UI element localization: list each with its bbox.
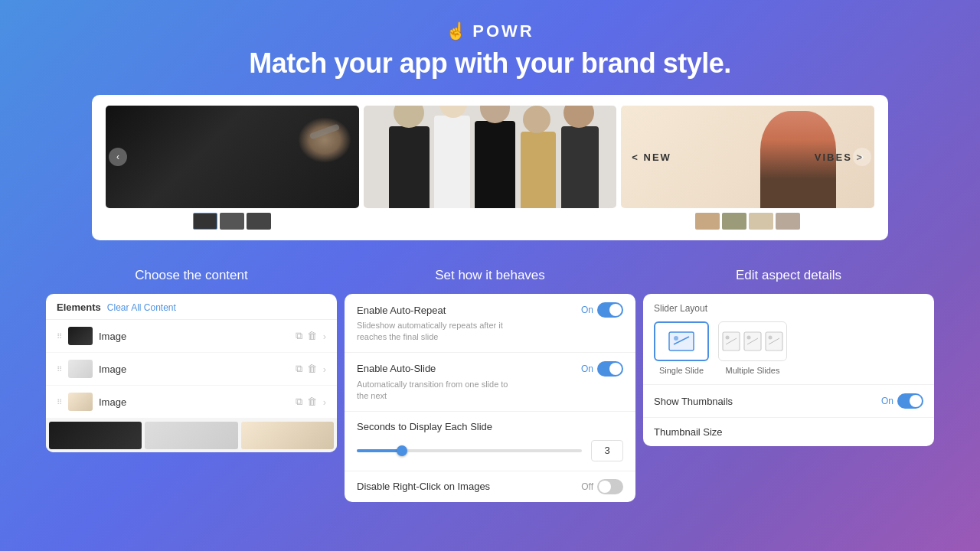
chevron-right-icon-2[interactable]: › [323, 364, 326, 375]
disable-rightclick-toggle[interactable] [597, 479, 623, 494]
auto-repeat-label: Enable Auto-Repeat [357, 305, 446, 316]
thumbnail-size-label: Thumbnail Size [654, 426, 723, 438]
copy-icon-2[interactable]: ⧉ [296, 363, 302, 375]
thumbnail-4[interactable] [695, 213, 720, 230]
auto-repeat-top: Enable Auto-Repeat On [357, 302, 623, 318]
thumbnail-3[interactable] [247, 213, 271, 230]
svg-point-5 [726, 336, 730, 340]
auto-repeat-toggle-container: On [581, 302, 623, 318]
layout-section: Slider Layout Single Slide [643, 294, 934, 385]
slide-column-3: < NEW VIBES > › [621, 106, 874, 230]
drag-handle-icon[interactable]: ⠿ [57, 332, 62, 341]
auto-slide-label: Enable Auto-Slide [357, 363, 436, 374]
thumbnail-2[interactable] [220, 213, 244, 230]
show-thumbnails-label: Show Thumbnails [654, 396, 733, 407]
slide-column-1: ‹ [106, 106, 359, 230]
elements-header: Elements Clear All Content [46, 294, 337, 320]
slideshow-preview: ‹ < NEW VIBES [92, 95, 888, 240]
header: ☝ POWR Match your app with your brand st… [0, 0, 980, 95]
multiple-slides-label: Multiple Slides [726, 366, 780, 375]
copy-icon[interactable]: ⧉ [296, 330, 302, 342]
mini-slide-2 [145, 422, 237, 449]
element-name-2: Image [99, 364, 289, 375]
behavior-panel: Set how it behaves Enable Auto-Repeat On… [345, 268, 635, 502]
elements-label: Elements [57, 302, 101, 313]
svg-point-11 [769, 336, 773, 340]
seconds-label: Seconds to Display Each Slide [357, 421, 623, 432]
thumbnail-size-row: Thumbnail Size [643, 418, 934, 446]
show-thumbnails-row: Show Thumbnails On [643, 385, 934, 418]
auto-repeat-desc: Slideshow automatically repeats after it… [357, 320, 510, 344]
drag-handle-icon-3[interactable]: ⠿ [57, 398, 62, 406]
multiple-slides-option[interactable]: Multiple Slides [718, 321, 787, 375]
content-panel-card: Elements Clear All Content ⠿ Image ⧉ 🗑 ›… [46, 294, 337, 452]
auto-repeat-row: Enable Auto-Repeat On Slideshow automati… [345, 294, 635, 353]
auto-slide-toggle-container: On [581, 361, 623, 377]
slide-column-2 [364, 106, 617, 230]
logo-icon: ☝ [446, 21, 466, 41]
behavior-panel-card: Enable Auto-Repeat On Slideshow automati… [345, 294, 635, 502]
content-panel-title: Choose the content [135, 268, 247, 283]
thumbnail-6[interactable] [749, 213, 773, 230]
layout-section-title: Slider Layout [654, 303, 923, 314]
element-actions-1: ⧉ 🗑 [296, 330, 317, 342]
element-name-3: Image [99, 396, 289, 408]
slider-control [357, 440, 623, 461]
chevron-right-icon-1[interactable]: › [323, 331, 326, 342]
aspect-panel-title: Edit aspect details [736, 268, 841, 283]
slide-1-prev-arrow[interactable]: ‹ [109, 148, 127, 166]
mini-slide-3 [241, 422, 334, 449]
chevron-right-icon-3[interactable]: › [323, 396, 326, 408]
drag-handle-icon-2[interactable]: ⠿ [57, 365, 62, 373]
behavior-panel-title: Set how it behaves [435, 268, 545, 283]
element-name-1: Image [99, 331, 289, 342]
element-thumbnail-2 [68, 360, 93, 378]
disable-rightclick-toggle-label: Off [581, 481, 593, 492]
clear-all-button[interactable]: Clear All Content [107, 302, 176, 313]
table-row: ⠿ Image ⧉ 🗑 › [46, 353, 337, 386]
single-slide-option[interactable]: Single Slide [654, 321, 709, 375]
seconds-slider-row: Seconds to Display Each Slide [345, 412, 635, 471]
range-track[interactable] [357, 449, 582, 452]
slide-1-thumbnails [106, 213, 359, 230]
table-row: ⠿ Image ⧉ 🗑 › [46, 386, 337, 419]
thumbnail-7[interactable] [776, 213, 800, 230]
element-thumbnail-3 [68, 393, 93, 411]
aspect-panel: Edit aspect details Slider Layout Single [643, 268, 934, 502]
logo: ☝ POWR [0, 21, 980, 41]
slide-3-thumbnails [621, 213, 874, 230]
element-actions-2: ⧉ 🗑 [296, 363, 317, 375]
show-thumbnails-toggle-label: On [881, 396, 893, 406]
slide-3: < NEW VIBES > › [621, 106, 874, 208]
svg-rect-0 [669, 332, 694, 350]
delete-icon-2[interactable]: 🗑 [307, 363, 317, 375]
seconds-input[interactable] [591, 440, 623, 461]
auto-slide-top: Enable Auto-Slide On [357, 361, 623, 377]
delete-icon-3[interactable]: 🗑 [307, 396, 317, 408]
multiple-slides-box [718, 321, 787, 361]
auto-repeat-toggle[interactable] [597, 302, 623, 318]
show-thumbnails-toggle[interactable] [897, 393, 923, 409]
auto-slide-row: Enable Auto-Slide On Automatically trans… [345, 353, 635, 412]
disable-rightclick-toggle-container: Off [581, 479, 623, 494]
slide-3-next-arrow[interactable]: › [853, 148, 871, 166]
svg-point-8 [747, 336, 751, 340]
panels: Choose the content Elements Clear All Co… [0, 253, 980, 502]
layout-options: Single Slide [654, 321, 923, 375]
svg-point-2 [674, 336, 678, 341]
disable-rightclick-row: Disable Right-Click on Images Off [345, 471, 635, 502]
bottom-preview [46, 419, 337, 452]
table-row: ⠿ Image ⧉ 🗑 › [46, 320, 337, 353]
delete-icon[interactable]: 🗑 [307, 330, 317, 342]
single-slide-box [654, 321, 709, 361]
slide-2 [364, 106, 617, 208]
disable-rightclick-label: Disable Right-Click on Images [357, 481, 490, 492]
thumbnail-1[interactable] [193, 213, 217, 230]
range-thumb[interactable] [397, 445, 407, 456]
mini-slide-1 [49, 422, 142, 449]
thumbnail-5[interactable] [722, 213, 746, 230]
copy-icon-3[interactable]: ⧉ [296, 396, 302, 408]
auto-slide-toggle[interactable] [597, 361, 623, 377]
auto-slide-desc: Automatically transition from one slide … [357, 379, 510, 403]
logo-text: POWR [472, 21, 534, 41]
